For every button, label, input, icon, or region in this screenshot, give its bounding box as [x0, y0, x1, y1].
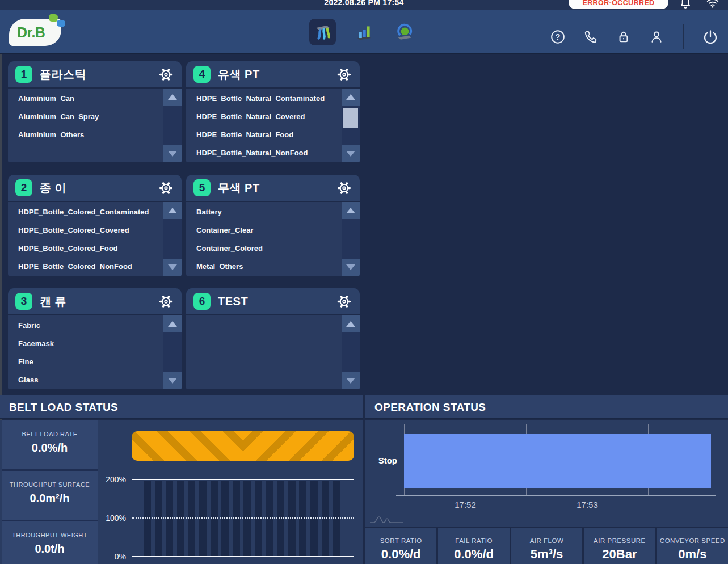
scroll-up-icon [168, 208, 177, 213]
time-label: 17:52 [448, 500, 482, 510]
scrollbar[interactable] [163, 202, 182, 276]
panel-number-badge: 2 [15, 179, 32, 196]
list-item[interactable]: Fabric [8, 317, 161, 335]
scroll-up-button[interactable] [163, 202, 182, 219]
panel-4-header: 4 유색 PT [186, 61, 360, 89]
logo-blue-leaf-icon [56, 20, 66, 27]
scrollbar[interactable] [342, 202, 360, 276]
scroll-down-button[interactable] [342, 145, 360, 162]
panel-number-badge: 5 [193, 179, 211, 196]
gear-icon[interactable] [158, 294, 174, 309]
scroll-down-icon [168, 264, 177, 270]
list-item[interactable]: Container_Colored [186, 239, 339, 258]
scroll-up-button[interactable] [342, 315, 360, 332]
power-icon[interactable] [702, 28, 719, 45]
list-item[interactable]: Fine [8, 353, 161, 371]
scroll-up-icon [346, 321, 355, 327]
list-item[interactable]: HDPE_Bottle_Natural_Contaminated [186, 90, 339, 108]
list-item[interactable]: HDPE_Bottle_Colored_Contaminated [8, 203, 161, 221]
panel-5-list-area: Battery Container_Clear Container_Colore… [186, 202, 360, 276]
timeline-axis [396, 495, 716, 496]
logo[interactable]: Dr.B [9, 16, 64, 47]
belt-load-status-body: BELT LOAD RATE 0.0%/h THROUGHPUT SURFACE… [0, 420, 363, 564]
belt-load-rate-tile: BELT LOAD RATE 0.0%/h [2, 420, 98, 469]
panel-title: TEST [218, 295, 248, 308]
category-panel-3: 3 캔 류 Fabric Facemask Fine Glass [8, 288, 182, 390]
scroll-down-button[interactable] [163, 372, 182, 389]
scrollbar-thumb[interactable] [343, 108, 358, 128]
list-item[interactable]: Metal_Others [186, 258, 339, 276]
list-item[interactable]: HDPE_Bottle_Natural_Food [186, 126, 339, 144]
list-item[interactable]: Glass [8, 371, 161, 389]
scroll-up-button[interactable] [163, 315, 182, 332]
scrollbar[interactable] [342, 89, 360, 162]
stat-value: 0.0%/d [365, 547, 436, 562]
air-flow-tile: AIR FLOW 5m³/s [511, 528, 582, 564]
panel-number-badge: 3 [15, 293, 32, 310]
lock-icon[interactable] [616, 29, 632, 45]
wifi-icon [705, 0, 720, 10]
list-item[interactable]: HDPE_Bottle_Colored_NonFood [8, 258, 161, 276]
gear-icon[interactable] [158, 67, 174, 82]
tab-machine[interactable] [391, 19, 418, 45]
list-item[interactable]: Facemask [8, 335, 161, 353]
scroll-down-button[interactable] [163, 145, 182, 162]
category-panel-4: 4 유색 PT HDPE_Bottle_Natural_Contaminated… [186, 61, 360, 163]
mini-trend-icon[interactable] [369, 511, 404, 525]
scroll-down-button[interactable] [342, 259, 360, 276]
phone-icon[interactable] [583, 29, 599, 45]
help-icon[interactable]: ? [550, 29, 566, 45]
time-label: 17:53 [570, 500, 604, 510]
scroll-up-icon [346, 94, 355, 100]
list-item[interactable]: Aluminium_Can_Spray [8, 108, 161, 126]
tab-statistics[interactable] [350, 19, 377, 45]
stat-value: 0.0t/h [2, 542, 98, 555]
category-panel-1: 1 플라스틱 Aluminium_Can Aluminium_Can_Spray… [8, 61, 182, 163]
list-item[interactable]: HDPE_Bottle_Colored_Covered [8, 221, 161, 239]
list-item[interactable]: HDPE_Bottle_Natural_Covered [186, 108, 339, 126]
panel-title: 무색 PT [218, 180, 260, 196]
belt-load-status-section: BELT LOAD STATUS BELT LOAD RATE 0.0%/h T… [0, 392, 363, 564]
gear-icon[interactable] [336, 67, 352, 82]
scrollbar[interactable] [163, 89, 182, 162]
gear-icon[interactable] [336, 180, 352, 196]
panel-5-header: 5 무색 PT [186, 175, 360, 202]
stat-value: 0.0%/d [438, 547, 509, 562]
app-header: Dr.B [0, 10, 728, 54]
tab-sorting-selected[interactable] [309, 19, 336, 45]
hazard-stripes-left [132, 431, 243, 461]
axis-tick-0: 0% [98, 552, 126, 561]
category-panel-2: 2 종 이 HDPE_Bottle_Colored_Contaminated H… [8, 175, 182, 277]
list-item[interactable]: Battery [186, 203, 339, 221]
scroll-up-button[interactable] [163, 89, 182, 106]
scroll-down-button[interactable] [342, 372, 360, 389]
scroll-up-icon [346, 208, 355, 213]
list-item[interactable]: Aluminium_Others [8, 126, 161, 144]
bell-icon[interactable] [678, 0, 693, 10]
scroll-down-icon [346, 151, 355, 157]
logo-text: Dr.B [17, 24, 45, 41]
stat-value: 20Bar [584, 547, 655, 562]
panel-title: 종 이 [40, 180, 66, 196]
gear-icon[interactable] [336, 294, 352, 309]
scrollbar[interactable] [342, 315, 360, 389]
scroll-down-button[interactable] [163, 259, 182, 276]
category-panel-6: 6 TEST [186, 288, 360, 390]
scroll-up-button[interactable] [342, 89, 360, 106]
list-item[interactable]: Container_Clear [186, 221, 339, 239]
stop-state-bar [404, 434, 711, 488]
status-bar: 2022.08.26 PM 17:54 ERROR-OCCURRED [0, 0, 728, 10]
sorter-tab-icon [313, 22, 333, 43]
scrollbar[interactable] [163, 315, 182, 389]
user-icon[interactable] [649, 29, 664, 45]
scroll-up-button[interactable] [342, 202, 360, 219]
stat-label: THROUGHPUT WEIGHT [2, 532, 98, 538]
list-item[interactable]: HDPE_Bottle_Natural_NonFood [186, 144, 339, 162]
list-item[interactable]: HDPE_Bottle_Colored_Food [8, 239, 161, 258]
list-item[interactable]: Aluminium_Can [8, 90, 161, 108]
hazard-stripes-right [243, 431, 354, 461]
chart-tab-icon [354, 22, 374, 43]
error-occurred-button[interactable]: ERROR-OCCURRED [569, 0, 668, 9]
panel-4-list-area: HDPE_Bottle_Natural_Contaminated HDPE_Bo… [186, 89, 360, 162]
gear-icon[interactable] [158, 180, 174, 196]
